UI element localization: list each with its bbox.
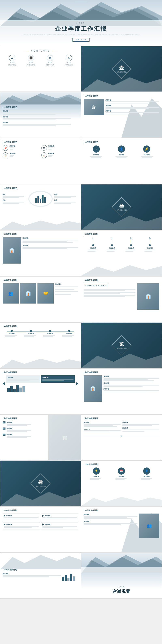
tq3-title: 本季度工作计划 [3, 279, 78, 282]
tq2-col3: 礼 添加标题 [125, 237, 137, 252]
cover-year: 202X [0, 22, 162, 24]
this-quarter-3: 本季度工作计划 👥 👔 🤝 添加标题 [0, 276, 81, 322]
tq1-photo: 👔 [3, 237, 21, 264]
tq2-col2: 义 添加标题 [107, 237, 118, 252]
ci-num-1: Part01 [5, 62, 19, 64]
lq2-photo: 🛣 [84, 99, 104, 115]
lq1-col1: 添加标题 添加标题 添加标题 [3, 110, 78, 126]
lq1-title: 上季度工作情况 [3, 106, 78, 108]
eo4-item1: 添加标题 [84, 422, 121, 427]
fp2-item2: 添加标题 [41, 514, 78, 521]
section3-num: 叁 [117, 203, 127, 209]
thanks-year: 2020 [113, 586, 130, 588]
fp2-item3: 添加标题 [3, 522, 40, 530]
contents-item-1: ☁ Part01 上季度工作情况 [5, 55, 19, 66]
fp1-mountain-bg [81, 496, 162, 506]
fp1-item3: 👤 添加标题 [141, 468, 153, 480]
eo1-item1: 添加标题 [6, 375, 40, 383]
sum-mountain-bg [0, 553, 81, 569]
eo4-item4: 添加标题 [122, 427, 159, 432]
exec-overview-1: 执行的概况说明 添加标题 添加标题 [0, 368, 81, 414]
eo2-item1: 添加标题 [104, 375, 159, 381]
svg-marker-14 [81, 497, 162, 506]
tq1-title: 本季度工作计划 [3, 233, 78, 236]
tq2-col1: 仁 添加标题 [87, 237, 99, 252]
eo3-title: 执行的概况说明 [3, 417, 78, 420]
tq5-step3: 添加标题 [43, 330, 57, 338]
this-quarter-4: 本季度工作计划 COMPLETE WORKS 👔 [81, 276, 162, 322]
this-quarter-2: 本季度工作计划 仁 添加标题 义 添加标题 礼 [81, 230, 162, 276]
tq5-step2: 添加标题 [24, 330, 38, 338]
lq1-mountain [0, 92, 81, 104]
contents-slide: CONTENTS ☁ Part01 上季度工作情况 ⬛ Part02 执行的概况… [0, 46, 81, 92]
tq3-photo1: 👥 [3, 283, 19, 304]
ci-label-3: 本季度工作计划 [43, 64, 57, 66]
tq2-mountain-bg [81, 264, 162, 276]
lq4-col2: 👤 添加标题 [115, 146, 128, 159]
section2-title-slide: 贰 执行的概况说明 [81, 322, 162, 368]
exec-overview-4: 执行的概况说明 添加标题 HR TITLE 添加标题 [81, 414, 162, 460]
eo3-item2: 02 添加标题 [3, 428, 78, 432]
section2-label: 执行的概况说明 [117, 347, 127, 350]
eo2-photo: 👔 [84, 375, 102, 402]
svg-marker-8 [0, 220, 81, 230]
section4-content: 肆 未来工作的计划 [33, 476, 48, 490]
cover-slide: 202X 企业季度工作汇报 BUSINESS COMPANY FOR THE F… [0, 0, 162, 46]
thanks-slide: 2020 谢谢观看 [81, 553, 162, 598]
tql-item1: 添加标题 [84, 514, 138, 519]
sum-title: 未来工作的计划 [3, 568, 78, 571]
section2-num: 贰 [117, 341, 127, 347]
eo4-title: 执行的概况说明 [84, 417, 159, 420]
svg-marker-10 [81, 265, 162, 276]
svg-marker-4 [81, 77, 162, 92]
eo2-item2: 添加标题 [104, 382, 159, 387]
fp2-item4: 添加标题 [41, 522, 78, 530]
deco-line-top [75, 2, 87, 2]
contents-item-4: ◈ Part04 未来工作的计划 [62, 55, 76, 66]
lq5-labels: 前言 总结 [3, 194, 27, 204]
eo4-item3: 添加标题 [122, 422, 159, 426]
lq2-item3: 添加标题 [106, 110, 159, 114]
tql-item2: 添加标题 [84, 520, 138, 525]
lq5-chart: 季度数据统计 [28, 191, 53, 207]
svg-rect-19 [81, 567, 162, 573]
ci-icon-1: ☁ [9, 55, 15, 61]
eo3-item3: 03 添加标题 [3, 434, 78, 438]
ci-label-2: 执行的概况说明 [24, 64, 38, 66]
future-plan-1: 未来工作的计划 💡 添加标题 📅 添加标题 👤 添加标题 [81, 460, 162, 506]
tq2-col4: 律 添加标题 [144, 237, 156, 252]
this-quarter-1: 本季度工作计划 👔 添加标题 添加标题 [0, 230, 81, 276]
sum-chart [62, 573, 78, 581]
exec-overview-3: 🏢 执行的概况说明 01 添加标题 02 添加标题 03 [0, 414, 81, 460]
lq5-labels2: 说明 结果 [54, 194, 78, 204]
lq1-item3: 添加标题 [3, 122, 78, 126]
cover-author: 汇报人：XXX [72, 38, 89, 42]
ci-label-4: 未来工作的计划 [62, 64, 76, 66]
section1-num: 壹 [117, 65, 127, 71]
contents-item-2: ⬛ Part02 执行的概况说明 [24, 55, 38, 66]
last-quarter-1: 上季度工作情况 添加标题 添加标题 添加标题 [0, 92, 81, 138]
cover-subtitle: BUSINESS COMPANY FOR THE FIRST QUARTER W… [0, 34, 162, 35]
section4-title-slide: 肆 未来工作的计划 [0, 460, 81, 506]
tq1-item2: 添加标题 [22, 244, 78, 249]
contents-item-3: ▦ Part03 本季度工作计划 [43, 55, 57, 66]
this-quarter-5: 本季度工作计划 添加标题 添加标题 添加标题 [0, 322, 81, 368]
thanks-title: 谢谢观看 [113, 588, 130, 594]
future-plan-2: 未来工作的计划 添加标题 添加标题 [0, 507, 81, 552]
section3-title-slide: 叁 本季度工作计划 [81, 184, 162, 230]
tq5-step4: 添加标题 [62, 330, 76, 338]
lq1-item1: 添加标题 [3, 110, 78, 115]
section1-diamond: 壹 上季度工作情况 [112, 59, 132, 79]
tq3-photo3: 🤝 [37, 283, 54, 304]
section3-content: 叁 本季度工作计划 [114, 200, 129, 214]
lq4-col1: ↓ 添加标题 [90, 146, 102, 159]
deco-line-l [23, 51, 29, 51]
tq4-title: 本季度工作计划 [84, 279, 159, 282]
eo1-title: 执行的概况说明 [3, 371, 78, 374]
eo4-item2: HR TITLE [84, 428, 121, 432]
exec-overview-2: 执行的概况说明 👔 添加标题 添加标题 添加标题 [81, 368, 162, 414]
last-quarter-3: 上季度工作情况 📌 添加标题 🗺 添加标题 📋 [0, 138, 81, 184]
fp1-title: 未来工作的计划 [84, 463, 159, 466]
ci-num-4: Part04 [62, 62, 76, 64]
ci-num-3: Part03 [43, 62, 57, 64]
